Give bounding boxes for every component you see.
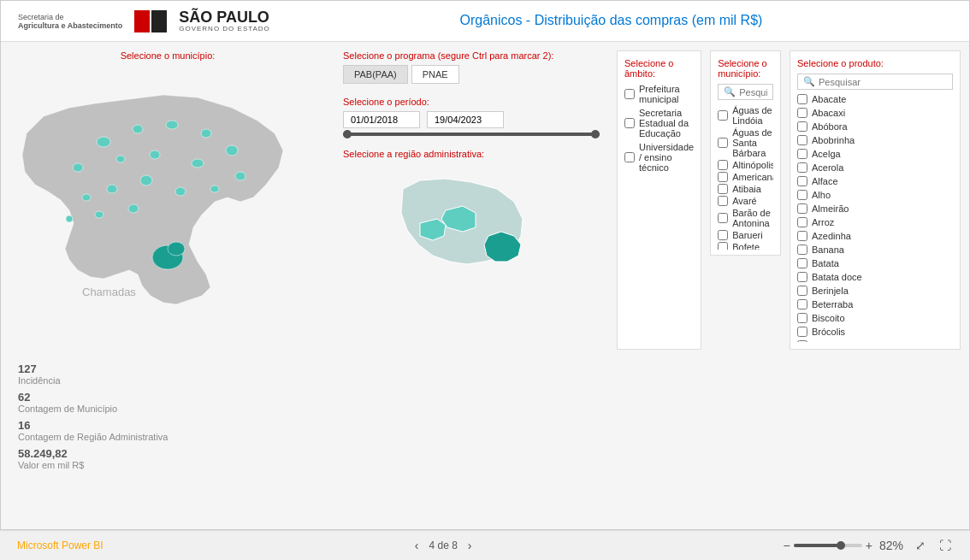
municipio-name: Águas de Santa Bárbara (732, 127, 773, 158)
product-check[interactable] (797, 217, 807, 227)
product-item: Alho (797, 190, 953, 200)
ambito-check-0[interactable] (624, 89, 635, 99)
ambito-title: Selecione o âmbito: (624, 58, 694, 79)
pnae-button[interactable]: PNAE (411, 65, 459, 84)
product-check[interactable] (797, 121, 807, 132)
zoom-control: − + 82% (784, 539, 903, 552)
product-check[interactable] (797, 135, 807, 145)
product-name: Brócolis (812, 327, 845, 337)
product-item: Acerola (797, 162, 953, 173)
product-check[interactable] (797, 108, 807, 118)
municipio-check[interactable] (718, 138, 728, 148)
municipio-item: Atibaia (718, 183, 773, 195)
product-check[interactable] (797, 272, 807, 282)
municipio-filter-title: Selecione o município: (718, 58, 773, 79)
product-item: Almeirão (797, 203, 953, 214)
municipio-check[interactable] (718, 172, 728, 182)
municipio-check[interactable] (718, 184, 728, 194)
product-check[interactable] (797, 299, 807, 309)
municipio-check[interactable] (718, 242, 728, 250)
product-check[interactable] (797, 340, 807, 342)
region-map[interactable] (394, 163, 548, 283)
period-slider[interactable] (343, 133, 600, 136)
state-map[interactable]: Chamadas (9, 65, 326, 356)
product-item: Caqui (797, 340, 953, 342)
product-name: Abobrinha (812, 135, 855, 145)
zoom-in-icon[interactable]: + (866, 539, 872, 552)
next-page-button[interactable]: › (464, 537, 476, 554)
product-check[interactable] (797, 203, 807, 214)
product-check[interactable] (797, 327, 807, 337)
ambito-check-1[interactable] (624, 118, 635, 128)
svg-point-9 (235, 172, 245, 180)
stats-section: 127 Incidência 62 Contagem de Município … (9, 358, 326, 480)
pab-button[interactable]: PAB(PAA) (343, 65, 408, 84)
product-check[interactable] (797, 231, 807, 241)
ambito-check-2[interactable] (624, 152, 635, 162)
map-municipality-label: Selecione o município: (9, 50, 326, 61)
product-check[interactable] (797, 149, 807, 159)
product-name: Caqui (812, 340, 837, 342)
stat-municipio-label: Contagem de Município (18, 404, 317, 414)
stat-municipio-value: 62 (18, 391, 317, 404)
zoom-thumb[interactable] (837, 541, 845, 550)
svg-point-13 (175, 187, 186, 196)
zoom-fill (794, 544, 838, 547)
product-check[interactable] (797, 162, 807, 173)
admin-region-filter: Selecione a região administrativa: (343, 149, 600, 283)
municipio-name: Bofete (732, 242, 760, 250)
powerbi-link[interactable]: Microsoft Power BI (17, 539, 104, 551)
product-name: Beterraba (812, 299, 853, 309)
map-panel: Selecione o município: (1, 42, 334, 495)
page-title: Orgânicos - Distribuição das compras (em… (270, 11, 952, 30)
municipio-check[interactable] (718, 160, 728, 170)
zoom-out-icon[interactable]: − (784, 539, 790, 552)
stat-valor-value: 58.249,82 (18, 447, 317, 460)
municipio-check[interactable] (718, 230, 728, 240)
municipio-name: Barão de Antonina (732, 208, 773, 228)
middle-panel: Selecione o programa (segure Ctrl para m… (334, 42, 608, 495)
municipio-check[interactable] (718, 110, 728, 121)
slider-end-thumb[interactable] (591, 130, 600, 139)
product-check[interactable] (797, 94, 807, 104)
prev-page-button[interactable]: ‹ (411, 537, 423, 554)
stat-regiao-value: 16 (18, 419, 317, 432)
zoom-slider[interactable] (794, 544, 862, 547)
ambito-item-0: Prefeitura municipal (624, 84, 694, 104)
municipio-item: Americana (718, 171, 773, 183)
product-name: Acelga (812, 149, 841, 159)
product-search-input[interactable] (819, 77, 947, 87)
product-name: Abóbora (812, 121, 848, 132)
slider-start-thumb[interactable] (343, 130, 352, 139)
zoom-percent: 82% (879, 539, 903, 552)
product-title: Selecione o produto: (797, 58, 953, 68)
title-section: Orgânicos - Distribuição das compras (em… (270, 11, 952, 30)
program-filter: Selecione o programa (segure Ctrl para m… (343, 50, 600, 84)
product-check[interactable] (797, 176, 807, 186)
fullscreen-icon[interactable]: ⛶ (937, 537, 953, 554)
period-end-input[interactable] (427, 111, 504, 128)
product-check[interactable] (797, 258, 807, 268)
product-check[interactable] (797, 245, 807, 255)
period-start-input[interactable] (343, 111, 420, 128)
svg-point-3 (201, 129, 211, 138)
product-item: Abobrinha (797, 135, 953, 145)
product-name: Abacaxi (812, 108, 845, 118)
product-check[interactable] (797, 190, 807, 200)
product-item: Abacaxi (797, 108, 953, 118)
stat-valor: 58.249,82 Valor em mil R$ (18, 447, 317, 470)
municipio-search-input[interactable] (739, 87, 767, 97)
footer-right: − + 82% ⤢ ⛶ (784, 537, 953, 554)
expand-icon[interactable]: ⤢ (914, 537, 927, 554)
municipio-check[interactable] (718, 196, 728, 206)
product-check[interactable] (797, 286, 807, 296)
period-label: Selecione o período: (343, 97, 600, 107)
municipio-item: Barueri (718, 229, 773, 241)
product-name: Arroz (812, 217, 834, 227)
municipio-item: Águas de Santa Bárbara (718, 127, 773, 159)
main-content: Selecione o município: (1, 42, 969, 495)
municipio-check[interactable] (718, 213, 728, 223)
svg-point-6 (116, 156, 125, 162)
product-check[interactable] (797, 313, 807, 323)
municipio-filter-panel: Selecione o município: 🔍 Águas de Lindói… (710, 50, 781, 256)
